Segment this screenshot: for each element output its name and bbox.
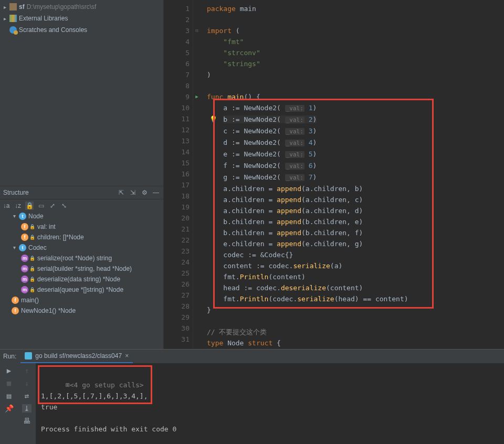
layout-icon[interactable]: ▤ — [4, 392, 14, 400]
structure-title: Structure — [3, 189, 29, 196]
go-icon — [25, 352, 32, 360]
structure-item[interactable]: f🔒val: int — [0, 221, 163, 232]
sort-alpha-icon[interactable]: ↓a — [2, 202, 10, 210]
run-exit-line: Process finished with exit code 0 — [41, 425, 176, 433]
run-tool-window: Run: go build sf/newclass2/class047 × ▶ … — [0, 349, 504, 444]
up-icon[interactable]: ↑ — [22, 366, 32, 375]
run-output-line-2: true — [41, 403, 57, 411]
collapse-all-icon[interactable]: ⤡ — [60, 202, 68, 210]
expand-all-icon[interactable]: ⤢ — [48, 202, 57, 210]
line-number-gutter: 1 2 3 4 5 6 7 8 9 10 11 12 13 14 15 16 1… — [164, 0, 193, 349]
sort-type-icon[interactable]: ↓z — [14, 202, 22, 210]
minimize-icon[interactable]: — — [152, 188, 160, 197]
gear-icon[interactable]: ⚙ — [140, 188, 149, 197]
structure-item[interactable]: m🔒deserialize(data string) *Node — [0, 274, 163, 284]
scratches-icon — [9, 26, 17, 34]
collapse-icon[interactable]: ⇲ — [129, 188, 137, 197]
scroll-to-end-icon[interactable]: ⤓ — [22, 404, 32, 413]
left-panel: ▸ sf D:\mysetup\gopath\src\sf ▸ External… — [0, 0, 164, 349]
pin-icon[interactable]: 📌 — [4, 404, 14, 413]
project-tree[interactable]: ▸ sf D:\mysetup\gopath\src\sf ▸ External… — [0, 0, 163, 36]
structure-item[interactable]: ▾tCodec — [0, 242, 163, 253]
stop-icon[interactable]: ■ — [4, 379, 14, 387]
code-editor[interactable]: 1 2 3 4 5 6 7 8 9 10 11 12 13 14 15 16 1… — [164, 0, 504, 349]
project-path: D:\mysetup\gopath\src\sf — [27, 3, 97, 10]
expand-icon[interactable]: ⇱ — [117, 188, 125, 197]
scratches-row[interactable]: Scratches and Consoles — [0, 24, 163, 36]
structure-filter-bar: ↓a ↓z 🔒 ▭ ⤢ ⤡ — [0, 200, 163, 211]
run-label: Run: — [3, 353, 16, 360]
structure-item[interactable]: m🔒serial(builder *string, head *Node) — [0, 263, 163, 274]
soft-wrap-icon[interactable]: ⇄ — [22, 392, 32, 400]
structure-item[interactable]: m🔒deserial(queue *[]string) *Node — [0, 284, 163, 295]
code-area[interactable]: package main import ( "fmt" "strconv" "s… — [201, 0, 504, 349]
folder-icon — [9, 3, 17, 10]
project-root-row[interactable]: ▸ sf D:\mysetup\gopath\src\sf — [0, 1, 163, 13]
run-setup-line: <4 go setup calls> — [70, 381, 144, 389]
project-name: sf — [19, 3, 25, 10]
fold-column[interactable]: ⊟ ▶ — [193, 0, 201, 349]
run-icon[interactable]: ▶ — [4, 366, 14, 375]
run-config-tab[interactable]: go build sf/newclass2/class047 × — [20, 350, 133, 363]
run-actions-primary: ▶ ■ ▤ 📌 — [0, 363, 18, 444]
print-icon[interactable]: 🖶 — [22, 417, 32, 425]
structure-item[interactable]: f🔒children: []*Node — [0, 232, 163, 242]
chevron-right-icon[interactable]: ▸ — [2, 16, 7, 22]
run-output-line-1: 1,[,2,[,5,[,7,],6,],3,4,], — [41, 392, 148, 400]
down-icon[interactable]: ↓ — [22, 379, 32, 387]
external-libraries-row[interactable]: ▸ External Libraries — [0, 13, 163, 24]
ide-root: ▸ sf D:\mysetup\gopath\src\sf ▸ External… — [0, 0, 504, 444]
external-libraries-label: External Libraries — [19, 15, 68, 22]
run-actions-secondary: ↑ ↓ ⇄ ⤓ 🖶 — [18, 363, 36, 444]
structure-header: Structure ⇱ ⇲ ⚙ — — [0, 186, 163, 199]
run-output[interactable]: ⊞<4 go setup calls> 1,[,2,[,5,[,7,],6,],… — [36, 363, 504, 444]
chevron-right-icon[interactable]: ▸ — [2, 4, 7, 10]
show-fields-icon[interactable]: 🔒 — [25, 202, 34, 210]
structure-item[interactable]: m🔒serialize(root *Node) string — [0, 253, 163, 263]
show-inherited-icon[interactable]: ▭ — [37, 202, 45, 210]
structure-item[interactable]: fmain() — [0, 295, 163, 305]
structure-toolbar: ⇱ ⇲ ⚙ — — [117, 188, 160, 197]
structure-item[interactable]: fNewNode1() *Node — [0, 305, 163, 316]
scratches-label: Scratches and Consoles — [19, 26, 87, 34]
structure-item[interactable]: ▾tNode — [0, 211, 163, 221]
libraries-icon — [9, 15, 17, 22]
close-icon[interactable]: × — [125, 352, 129, 360]
run-header: Run: go build sf/newclass2/class047 × — [0, 350, 504, 363]
structure-tree[interactable]: ↓a ↓z 🔒 ▭ ⤢ ⤡ ▾tNodef🔒val: intf🔒children… — [0, 199, 163, 350]
run-tab-label: go build sf/newclass2/class047 — [35, 352, 122, 360]
